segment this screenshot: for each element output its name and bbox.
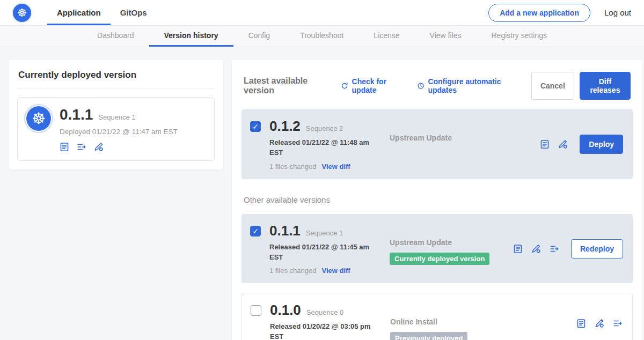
release-notes-icon[interactable] — [60, 142, 69, 152]
deploy-logs-icon[interactable] — [613, 319, 623, 328]
logout-link[interactable]: Log out — [604, 8, 631, 17]
version-row-0-1-0: ✓ 0.1.0 Sequence 0 Released 01/20/22 @ 0… — [241, 293, 633, 340]
tab-gitops[interactable]: GitOps — [111, 0, 157, 25]
source-label: Upstream Update — [390, 238, 452, 247]
version-checkbox[interactable]: ✓ — [250, 121, 261, 132]
previously-deployed-badge: Previously deployed — [390, 332, 467, 340]
subnav-tab-troubleshoot[interactable]: Troubleshoot — [285, 26, 358, 47]
edit-config-icon[interactable] — [558, 139, 568, 149]
clock-update-icon — [417, 82, 425, 90]
view-diff-link[interactable]: View diff — [321, 267, 350, 275]
files-changed-label: 1 files changed — [269, 267, 316, 275]
version-info: 0.1.2 Sequence 2 Released 01/21/22 @ 11:… — [269, 118, 377, 171]
cancel-button[interactable]: Cancel — [531, 72, 574, 100]
release-notes-icon[interactable] — [540, 139, 550, 149]
configure-automatic-updates-label: Configure automatic updates — [428, 77, 520, 94]
header-actions: Cancel Diff releases — [531, 72, 631, 100]
deployed-version-info: 0.1.1 Sequence 1 Deployed 01/21/22 @ 11:… — [60, 106, 178, 152]
latest-version-title: Latest available version — [244, 76, 330, 95]
files-changed-line: 1 files changed View diff — [269, 162, 377, 171]
subnav-tab-config[interactable]: Config — [233, 26, 285, 47]
check-for-update-label: Check for update — [352, 77, 407, 94]
view-diff-link[interactable]: View diff — [321, 162, 350, 171]
version-source: Online Install Previously deployed — [390, 302, 514, 340]
top-tabs: Application GitOps — [47, 0, 157, 25]
subnav-tab-dashboard[interactable]: Dashboard — [82, 26, 149, 47]
deployed-sequence-label: Sequence 1 — [98, 113, 135, 121]
version-info: 0.1.1 Sequence 1 Released 01/21/22 @ 11:… — [269, 223, 377, 275]
version-row-0-1-1: ✓ 0.1.1 Sequence 1 Released 01/21/22 @ 1… — [241, 214, 633, 284]
other-versions-title: Other available versions — [241, 195, 633, 204]
subnav-tab-registry-settings[interactable]: Registry settings — [477, 26, 562, 47]
top-navbar: ☸ Application GitOps Add a new applicati… — [0, 0, 644, 26]
version-actions: Redeploy — [513, 239, 623, 258]
version-checkbox[interactable]: ✓ — [250, 226, 261, 236]
version-number: 0.1.2 — [269, 118, 301, 135]
currently-deployed-panel: Currently deployed version ☸ 0.1.1 Seque… — [9, 60, 223, 169]
edit-config-icon[interactable] — [94, 142, 104, 152]
currently-deployed-badge: Currently deployed version — [390, 253, 489, 265]
deployed-version-card: ☸ 0.1.1 Sequence 1 Deployed 01/21/22 @ 1… — [17, 97, 215, 161]
deploy-button[interactable]: Deploy — [580, 135, 623, 154]
deployed-action-icons — [60, 142, 178, 152]
kubernetes-wheel-glyph: ☸ — [17, 6, 27, 19]
refresh-icon — [341, 82, 348, 90]
version-history-panel: Latest available version Check for updat… — [232, 60, 642, 340]
version-line: 0.1.0 Sequence 0 — [270, 302, 377, 319]
deployed-panel-title: Currently deployed version — [17, 69, 215, 88]
version-line: 0.1.1 Sequence 1 — [269, 223, 377, 239]
release-notes-icon[interactable] — [576, 319, 586, 328]
version-source: Upstream Update — [390, 118, 513, 143]
sequence-label: Sequence 1 — [306, 229, 343, 237]
deploy-logs-icon[interactable] — [77, 142, 86, 152]
topbar-right: Add a new application Log out — [488, 4, 631, 22]
diff-releases-button[interactable]: Diff releases — [580, 72, 631, 100]
edit-config-icon[interactable] — [595, 319, 604, 328]
released-timestamp: Released 01/21/22 @ 11:45 am EST — [269, 242, 374, 263]
released-timestamp: Released 01/20/22 @ 03:05 pm EST — [270, 322, 375, 340]
add-application-button[interactable]: Add a new application — [488, 4, 590, 22]
deployed-version-line: 0.1.1 Sequence 1 — [60, 106, 178, 123]
version-actions: Deploy — [540, 135, 623, 154]
release-notes-icon[interactable] — [513, 244, 523, 254]
version-number: 0.1.1 — [269, 223, 301, 239]
kubernetes-logo-icon: ☸ — [13, 4, 31, 22]
kubernetes-app-icon: ☸ — [26, 106, 51, 131]
latest-version-header: Latest available version Check for updat… — [241, 72, 633, 100]
version-source: Upstream Update Currently deployed versi… — [390, 223, 513, 265]
deployed-version-number: 0.1.1 — [60, 106, 93, 123]
version-row-0-1-2: ✓ 0.1.2 Sequence 2 Released 01/21/22 @ 1… — [241, 109, 633, 179]
checkmark-icon: ✓ — [252, 123, 259, 130]
subnav-tab-version-history[interactable]: Version history — [149, 26, 233, 47]
redeploy-button[interactable]: Redeploy — [571, 239, 623, 258]
checkmark-icon: ✓ — [252, 227, 259, 235]
sequence-label: Sequence 2 — [306, 124, 343, 132]
files-changed-label: 1 files changed — [269, 162, 316, 171]
main-content: Currently deployed version ☸ 0.1.1 Seque… — [0, 47, 644, 340]
version-actions — [576, 319, 623, 328]
version-checkbox[interactable]: ✓ — [251, 305, 261, 316]
check-for-update-link[interactable]: Check for update — [341, 77, 406, 94]
source-label: Online Install — [390, 317, 437, 326]
source-label: Upstream Update — [390, 134, 452, 142]
kubernetes-wheel-glyph: ☸ — [32, 109, 46, 128]
released-timestamp: Released 01/21/22 @ 11:48 am EST — [269, 138, 374, 158]
deployed-timestamp: Deployed 01/21/22 @ 11:47 am EST — [60, 128, 178, 136]
subnav-tab-view-files[interactable]: View files — [415, 26, 477, 47]
deploy-logs-icon[interactable] — [550, 244, 559, 254]
sequence-label: Sequence 0 — [306, 308, 343, 316]
version-number: 0.1.0 — [270, 302, 301, 319]
edit-config-icon[interactable] — [531, 244, 541, 254]
app-subnav: Dashboard Version history Config Trouble… — [0, 26, 644, 47]
files-changed-line: 1 files changed View diff — [269, 267, 377, 275]
configure-automatic-updates-link[interactable]: Configure automatic updates — [417, 77, 521, 94]
version-info: 0.1.0 Sequence 0 Released 01/20/22 @ 03:… — [270, 302, 377, 340]
tab-application[interactable]: Application — [47, 0, 111, 25]
version-line: 0.1.2 Sequence 2 — [269, 118, 377, 135]
subnav-tab-license[interactable]: License — [358, 26, 414, 47]
